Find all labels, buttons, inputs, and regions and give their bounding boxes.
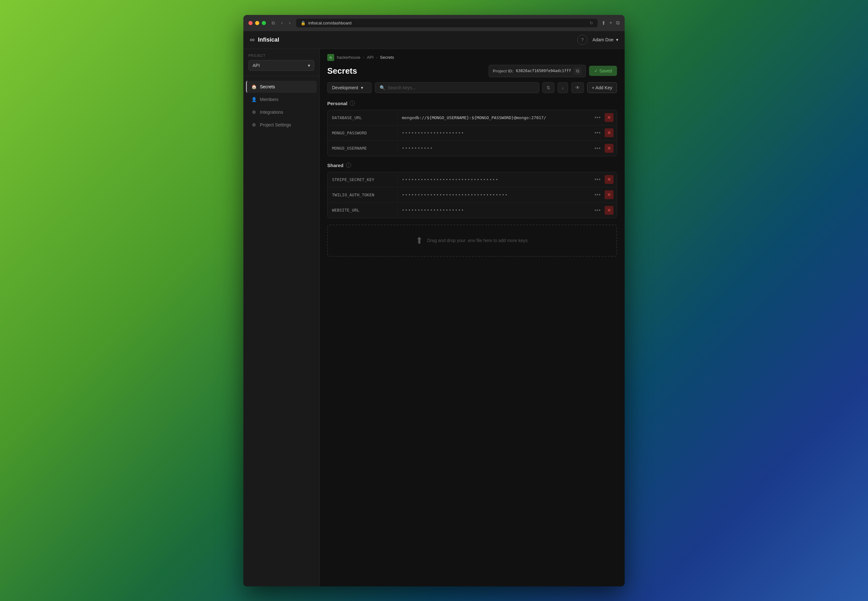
help-button[interactable]: ? — [577, 35, 587, 45]
main-content: h hackerhouse › API › Secrets Secrets Pr… — [320, 49, 625, 586]
environment-dropdown[interactable]: Development ▾ — [327, 82, 372, 93]
secret-value[interactable]: •••••••••••••••••••• — [397, 204, 589, 216]
secret-actions: ••• ✕ — [589, 113, 617, 122]
search-bar: 🔍 — [375, 82, 539, 93]
user-name: Adam Doe — [593, 37, 613, 42]
app-topbar: ∞ Infisical ? Adam Doe ▾ — [243, 31, 625, 49]
sort-icon: ⇅ — [546, 85, 550, 90]
reload-icon[interactable]: ↻ — [590, 21, 593, 25]
breadcrumb-section[interactable]: API — [367, 55, 374, 60]
secret-key[interactable]: MONGO_PASSWORD — [328, 127, 397, 139]
new-tab-icon[interactable]: + — [609, 20, 612, 26]
secret-actions: ••• ✕ — [589, 190, 617, 199]
add-key-button[interactable]: + Add Key — [587, 82, 617, 93]
project-dropdown[interactable]: API ▾ — [249, 60, 314, 71]
sidebar-item-secrets[interactable]: 🏠 Secrets — [246, 81, 317, 93]
secret-key[interactable]: WEBSITE_URL — [328, 204, 397, 216]
project-label: PROJECT — [249, 54, 314, 58]
chevron-down-icon: ▾ — [616, 37, 618, 42]
secret-value[interactable]: ••••••••••••••••••••••••••••••• — [397, 174, 589, 185]
back-button[interactable]: ‹ — [279, 20, 285, 26]
search-icon: 🔍 — [380, 85, 385, 90]
members-icon: 👤 — [251, 96, 257, 102]
delete-button[interactable]: ✕ — [605, 206, 613, 215]
breadcrumb-sep1: › — [363, 55, 364, 60]
visibility-button[interactable]: 👁 — [571, 82, 584, 93]
sidebar-item-label: Secrets — [260, 84, 275, 89]
breadcrumb: h hackerhouse › API › Secrets — [320, 49, 625, 61]
more-options-button[interactable]: ••• — [593, 175, 603, 184]
address-bar[interactable]: 🔒 infisical.com/dashboard ↻ — [296, 19, 597, 27]
maximize-button[interactable] — [262, 21, 266, 25]
sidebar-item-project-settings[interactable]: ⚙ Project Settings — [246, 119, 317, 131]
env-chevron-icon: ▾ — [361, 85, 363, 90]
delete-button[interactable]: ✕ — [605, 128, 613, 137]
share-icon[interactable]: ⬆ — [601, 20, 606, 26]
search-input[interactable] — [387, 85, 534, 90]
delete-button[interactable]: ✕ — [605, 175, 613, 184]
secret-value[interactable]: •••••••••••••••••••• — [397, 127, 589, 139]
shared-secrets-table: STRIPE_SECRET_KEY ••••••••••••••••••••••… — [327, 172, 617, 218]
eye-icon: 👁 — [575, 85, 580, 90]
url-text: infisical.com/dashboard — [308, 21, 351, 25]
table-row: MONGO_PASSWORD •••••••••••••••••••• ••• … — [328, 125, 617, 141]
dropdown-chevron-icon: ▾ — [308, 63, 310, 68]
download-icon: ↓ — [562, 85, 564, 90]
table-row: DATABASE_URL mongodb://${MONGO_USERNAME}… — [328, 110, 617, 125]
more-options-button[interactable]: ••• — [593, 206, 603, 214]
secret-actions: ••• ✕ — [589, 128, 617, 137]
delete-button[interactable]: ✕ — [605, 190, 613, 199]
secret-actions: ••• ✕ — [589, 175, 617, 184]
more-options-button[interactable]: ••• — [593, 191, 603, 199]
secret-value[interactable]: mongodb://${MONGO_USERNAME}:${MONGO_PASS… — [397, 112, 589, 123]
sort-button[interactable]: ⇅ — [542, 82, 554, 93]
settings-icon: ⚙ — [251, 122, 257, 128]
secret-key[interactable]: DATABASE_URL — [328, 112, 397, 123]
page-title: Secrets — [327, 66, 357, 76]
table-row: STRIPE_SECRET_KEY ••••••••••••••••••••••… — [328, 172, 617, 188]
project-id-box: Project ID: 63826acf16509fe94adc1fff ⧉ — [489, 65, 586, 77]
project-selector: PROJECT API ▾ — [243, 49, 319, 76]
personal-info-icon[interactable]: i — [350, 101, 355, 106]
project-name: API — [253, 63, 260, 68]
sidebar-item-integrations[interactable]: ⚙ Integrations — [246, 106, 317, 118]
close-button[interactable] — [249, 21, 253, 25]
delete-button[interactable]: ✕ — [605, 144, 613, 153]
lock-icon: 🔒 — [301, 21, 306, 25]
breadcrumb-sep2: › — [376, 55, 377, 60]
delete-button[interactable]: ✕ — [605, 113, 613, 122]
table-row: MONGO_USERNAME •••••••••• ••• ✕ — [328, 141, 617, 156]
copy-button[interactable]: ⧉ — [574, 67, 582, 75]
saved-button[interactable]: ✓ Saved — [589, 66, 617, 76]
upload-icon: ⬆ — [416, 235, 423, 246]
sidebar-item-label: Integrations — [260, 110, 283, 115]
secret-key[interactable]: TWILIO_AUTH_TOKEN — [328, 189, 397, 200]
more-options-button[interactable]: ••• — [593, 113, 603, 122]
sidebar-item-label: Members — [260, 97, 278, 102]
shared-info-icon[interactable]: i — [346, 163, 351, 168]
sidebar-toggle-icon[interactable]: ⧉ — [270, 20, 277, 26]
app-layout: PROJECT API ▾ 🏠 Secrets 👤 Members ⚙ Inte… — [243, 49, 625, 586]
shared-section-header: Shared i — [327, 163, 617, 168]
secret-actions: ••• ✕ — [589, 206, 617, 215]
drop-zone-text: Drag and drop your .env file here to add… — [427, 238, 529, 243]
secret-value[interactable]: •••••••••• — [397, 143, 589, 154]
secret-value[interactable]: •••••••••••••••••••••••••••••••••• — [397, 189, 589, 200]
user-menu[interactable]: Adam Doe ▾ — [593, 37, 618, 42]
more-options-button[interactable]: ••• — [593, 144, 603, 153]
download-button[interactable]: ↓ — [558, 82, 568, 93]
secret-key[interactable]: STRIPE_SECRET_KEY — [328, 174, 397, 185]
more-options-button[interactable]: ••• — [593, 129, 603, 137]
breadcrumb-org[interactable]: hackerhouse — [337, 55, 360, 60]
drop-zone[interactable]: ⬆ Drag and drop your .env file here to a… — [327, 224, 617, 257]
secret-key[interactable]: MONGO_USERNAME — [328, 143, 397, 154]
app-name: Infisical — [258, 37, 279, 43]
tabs-icon[interactable]: ⧉ — [616, 20, 619, 26]
table-row: TWILIO_AUTH_TOKEN ••••••••••••••••••••••… — [328, 188, 617, 203]
page-header: Secrets Project ID: 63826acf16509fe94adc… — [320, 61, 625, 82]
browser-navigation: ⧉ ‹ › — [270, 20, 292, 26]
secret-actions: ••• ✕ — [589, 144, 617, 153]
minimize-button[interactable] — [255, 21, 259, 25]
forward-button[interactable]: › — [287, 20, 293, 26]
sidebar-item-members[interactable]: 👤 Members — [246, 93, 317, 105]
